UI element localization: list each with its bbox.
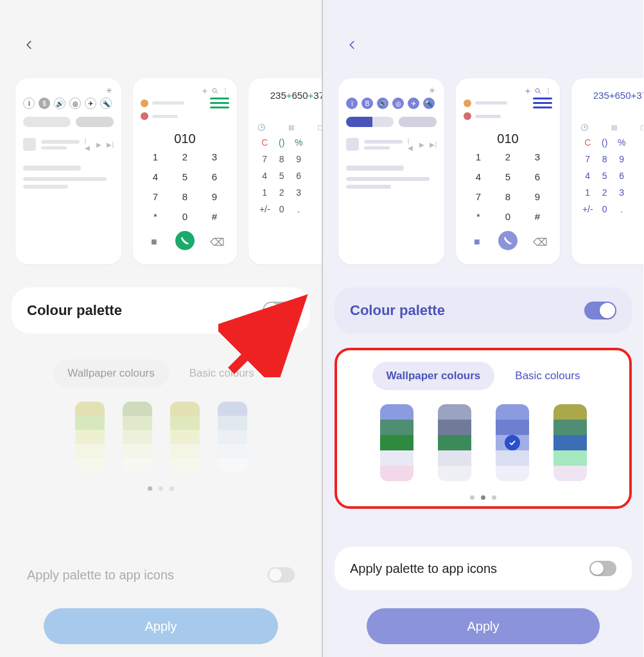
palette-swatch-1[interactable]: [123, 402, 152, 472]
calc-expression: 235+650+37: [256, 90, 322, 101]
palette-swatch-3[interactable]: [218, 402, 247, 472]
colour-palette-label: Colour palette: [350, 302, 445, 319]
airplane-icon: ✈: [408, 98, 419, 109]
svg-point-9: [548, 93, 549, 94]
prev-icon: |◀: [85, 137, 92, 151]
wifi-icon: ⌇: [346, 98, 358, 109]
svg-point-3: [225, 90, 226, 92]
plus-icon: [201, 86, 209, 94]
preview-calculator: 235+650+37 🕑▤▢ C()% 789 456 123 +/-0.: [248, 78, 322, 264]
back-button[interactable]: [22, 37, 37, 53]
brightness-slider: [23, 117, 71, 127]
svg-point-5: [431, 90, 433, 92]
dialer-display: 010: [464, 132, 552, 146]
palette-options-section: Wallpaper colours Basic colours: [12, 348, 310, 497]
page-indicator: [18, 486, 304, 491]
flashlight-icon: 🔦: [100, 98, 112, 109]
apply-to-app-icons-row: Apply palette to app icons: [335, 547, 632, 590]
tab-wallpaper-colours[interactable]: Wallpaper colours: [53, 359, 168, 388]
plus-icon: [524, 86, 532, 94]
svg-point-2: [225, 89, 226, 90]
colour-palette-toggle-row: Colour palette: [335, 287, 632, 334]
palette-swatch-2[interactable]: [496, 404, 529, 481]
airplane-icon: ✈: [85, 98, 96, 109]
screenshot-right: ⌇ B 🔊 ◎ ✈ 🔦 |◀ ▶: [322, 0, 643, 657]
menu-icon: [210, 98, 229, 108]
svg-point-4: [225, 93, 226, 94]
album-art: [346, 138, 359, 151]
prev-icon: |◀: [408, 137, 415, 151]
call-button: [175, 231, 195, 250]
check-icon: [505, 435, 520, 450]
more-icon: [544, 86, 552, 94]
backspace-icon: ⌫: [210, 236, 219, 245]
ruler-icon: ▤: [288, 124, 294, 131]
search-icon: [211, 86, 219, 94]
preview-calculator: 235+650+37 🕑▤▢ C()% 789 456 123 +/-0.: [571, 78, 643, 264]
keypad: 123 456 789 *0#: [464, 151, 552, 222]
gear-icon: [429, 85, 435, 91]
keypad: 123 456 789 *0#: [141, 151, 229, 222]
dialer-display: 010: [141, 132, 229, 146]
preview-dialer: 010 123 456 789 *0# ■ ⌫: [133, 78, 237, 264]
back-button[interactable]: [345, 37, 360, 53]
apply-button[interactable]: Apply: [367, 608, 600, 644]
bluetooth-icon: B: [361, 98, 373, 109]
apply-to-app-icons-row: Apply palette to app icons: [12, 553, 310, 597]
volume-slider: [76, 117, 114, 127]
location-icon: ◎: [392, 98, 404, 109]
chevron-left-icon: [347, 36, 358, 54]
menu-icon: [533, 98, 552, 108]
backspace-icon: ⌫: [533, 236, 542, 245]
chevron-left-icon: [24, 36, 35, 54]
ruler-icon: ▤: [611, 124, 617, 131]
expand-icon: ▢: [640, 124, 643, 131]
location-icon: ◎: [69, 98, 81, 109]
svg-point-0: [109, 90, 110, 92]
colour-palette-label: Colour palette: [27, 302, 122, 319]
sound-icon: 🔊: [54, 98, 65, 109]
sound-icon: 🔊: [377, 98, 388, 109]
palette-swatches: [18, 402, 304, 472]
calc-keypad: C()% 789 456 123 +/-0.: [579, 137, 643, 214]
svg-point-8: [548, 90, 549, 92]
colour-palette-switch[interactable]: [263, 302, 295, 320]
volume-slider: [399, 117, 437, 127]
search-icon: [534, 86, 542, 94]
bluetooth-icon: $: [39, 98, 50, 109]
apply-to-app-icons-switch[interactable]: [268, 567, 295, 583]
preview-quick-settings: ⌇ B 🔊 ◎ ✈ 🔦 |◀ ▶: [338, 78, 444, 264]
svg-point-7: [548, 89, 549, 90]
apply-to-app-icons-switch[interactable]: [589, 561, 616, 576]
apply-button[interactable]: Apply: [44, 608, 278, 644]
tab-basic-colours[interactable]: Basic colours: [501, 362, 594, 390]
palette-options-section: Wallpaper colours Basic colours: [335, 348, 632, 509]
palette-swatch-3[interactable]: [553, 404, 587, 481]
brightness-slider: [346, 117, 394, 127]
tab-wallpaper-colours[interactable]: Wallpaper colours: [372, 362, 495, 390]
video-call-icon: ■: [151, 236, 160, 245]
screenshot-left: ⌇ $ 🔊 ◎ ✈ 🔦 |◀ ▶: [0, 0, 322, 657]
colour-palette-switch[interactable]: [584, 302, 616, 320]
play-icon: ▶: [419, 141, 424, 148]
video-call-icon: ■: [474, 236, 483, 245]
apply-to-app-icons-label: Apply palette to app icons: [350, 561, 497, 576]
history-icon: 🕑: [257, 124, 265, 131]
gear-icon: [106, 85, 112, 91]
calc-expression: 235+650+37: [579, 90, 643, 101]
palette-swatches: [344, 404, 623, 481]
next-icon: ▶|: [430, 141, 437, 148]
more-icon: [222, 86, 229, 94]
svg-point-6: [535, 89, 539, 92]
svg-point-1: [213, 89, 216, 92]
next-icon: ▶|: [107, 141, 114, 148]
palette-swatch-0[interactable]: [380, 404, 413, 481]
expand-icon: ▢: [317, 124, 322, 131]
wifi-icon: ⌇: [23, 98, 35, 109]
tab-basic-colours[interactable]: Basic colours: [175, 359, 268, 388]
theme-preview-strip: ⌇ B 🔊 ◎ ✈ 🔦 |◀ ▶: [338, 78, 643, 264]
palette-swatch-2[interactable]: [170, 402, 200, 472]
palette-swatch-1[interactable]: [438, 404, 471, 481]
preview-dialer: 010 123 456 789 *0# ■ ⌫: [456, 78, 560, 264]
palette-swatch-0[interactable]: [75, 402, 105, 472]
